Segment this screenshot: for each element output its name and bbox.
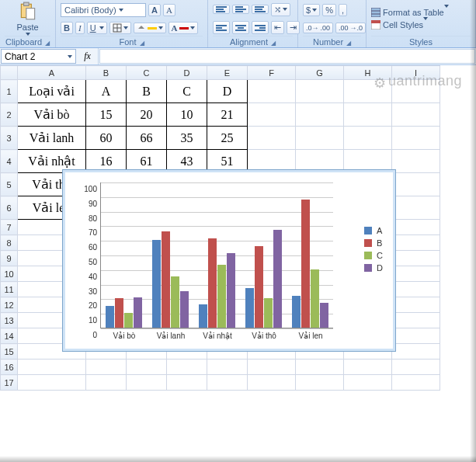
cell-I17[interactable] [392, 375, 440, 391]
row-header-12[interactable]: 12 [1, 297, 18, 313]
col-header-G[interactable]: G [296, 66, 344, 80]
cell-I6[interactable] [392, 196, 440, 220]
cell-I4[interactable] [392, 150, 440, 173]
cell-F17[interactable] [248, 375, 296, 391]
col-header-B[interactable]: B [86, 66, 127, 80]
cell-C2[interactable]: 20 [127, 103, 167, 127]
row-header-1[interactable]: 1 [1, 80, 18, 103]
cell-I3[interactable] [392, 127, 440, 150]
cell-D2[interactable]: 10 [167, 103, 207, 127]
percent-button[interactable]: % [322, 4, 336, 16]
cell-I12[interactable] [392, 297, 440, 313]
cell-D17[interactable] [167, 375, 207, 391]
row-header-3[interactable]: 3 [1, 127, 18, 150]
cell-H3[interactable] [344, 127, 392, 150]
row-header-8[interactable]: 8 [1, 235, 18, 251]
cell-I11[interactable] [392, 282, 440, 297]
cell-E17[interactable] [207, 375, 248, 391]
cell-I10[interactable] [392, 266, 440, 282]
embedded-chart[interactable]: 0102030405060708090100Vải bòVải lanhVải … [62, 169, 396, 352]
cell-F2[interactable] [248, 103, 296, 127]
cell-B16[interactable] [86, 360, 127, 375]
cell-I9[interactable] [392, 251, 440, 266]
grow-font[interactable]: A [163, 4, 175, 16]
cell-H2[interactable] [344, 103, 392, 127]
cell-B3[interactable]: 60 [86, 127, 127, 150]
formula-input[interactable] [99, 49, 475, 64]
col-header-F[interactable]: F [248, 66, 296, 80]
cell-E1[interactable]: D [207, 80, 248, 103]
cell-A3[interactable]: Vải lanh [18, 127, 86, 150]
cell-H16[interactable] [344, 360, 392, 375]
comma-button[interactable]: , [339, 4, 347, 16]
cell-G2[interactable] [296, 103, 344, 127]
align-left[interactable] [213, 21, 230, 34]
cell-I8[interactable] [392, 235, 440, 251]
cell-A17[interactable] [18, 375, 86, 391]
dialog-launcher-icon[interactable]: ◢ [140, 40, 144, 47]
row-header-5[interactable]: 5 [1, 173, 18, 196]
cell-C3[interactable]: 66 [127, 127, 167, 150]
cell-I2[interactable] [392, 103, 440, 127]
align-top[interactable] [213, 5, 230, 14]
cell-I14[interactable] [392, 328, 440, 344]
row-header-11[interactable]: 11 [1, 282, 18, 297]
fill-color-button[interactable] [134, 23, 166, 33]
row-header-9[interactable]: 9 [1, 251, 18, 266]
cell-E3[interactable]: 25 [207, 127, 248, 150]
row-header-13[interactable]: 13 [1, 313, 18, 328]
font-color-top[interactable]: A [148, 4, 161, 16]
row-header-17[interactable]: 17 [1, 375, 18, 391]
cell-B1[interactable]: A [86, 80, 127, 103]
cell-F16[interactable] [248, 360, 296, 375]
cell-B17[interactable] [86, 375, 127, 391]
cell-C1[interactable]: B [127, 80, 167, 103]
dialog-launcher-icon[interactable]: ◢ [346, 40, 351, 47]
cell-A2[interactable]: Vải bò [18, 103, 86, 127]
cell-G16[interactable] [296, 360, 344, 375]
dialog-launcher-icon[interactable]: ◢ [271, 40, 276, 47]
font-name-combo[interactable]: Calibri (Body) [61, 3, 146, 17]
paste-button[interactable]: Paste [5, 2, 50, 36]
cell-A16[interactable] [18, 360, 86, 375]
border-button[interactable] [109, 22, 131, 34]
cell-I15[interactable] [392, 344, 440, 360]
row-header-16[interactable]: 16 [1, 360, 18, 375]
align-right[interactable] [252, 21, 269, 34]
cell-D16[interactable] [167, 360, 207, 375]
cell-C17[interactable] [127, 375, 167, 391]
dialog-launcher-icon[interactable]: ◢ [45, 40, 50, 47]
orientation[interactable]: ⤭ [271, 3, 290, 16]
row-header-15[interactable]: 15 [1, 344, 18, 360]
cell-B2[interactable]: 15 [86, 103, 127, 127]
currency-button[interactable]: $ [303, 4, 320, 16]
fx-icon[interactable]: fx [77, 48, 99, 64]
align-middle[interactable] [232, 5, 249, 14]
cell-I7[interactable] [392, 220, 440, 235]
increase-decimal[interactable]: .0→.00 [303, 23, 333, 33]
row-header-14[interactable]: 14 [1, 328, 18, 344]
col-header-D[interactable]: D [167, 66, 207, 80]
underline-button[interactable]: U [87, 22, 107, 34]
cell-A1[interactable]: Loại vải [18, 80, 86, 103]
col-header-E[interactable]: E [207, 66, 248, 80]
cell-G1[interactable] [296, 80, 344, 103]
decrease-indent[interactable]: ⇤ [271, 21, 284, 34]
col-header-C[interactable]: C [127, 66, 167, 80]
italic-button[interactable]: I [75, 22, 85, 34]
row-header-2[interactable]: 2 [1, 103, 18, 127]
font-color-button[interactable]: A [169, 22, 198, 34]
cell-F1[interactable] [248, 80, 296, 103]
align-center[interactable] [232, 21, 249, 34]
cell-E2[interactable]: 21 [207, 103, 248, 127]
cell-F3[interactable] [248, 127, 296, 150]
col-header-A[interactable]: A [18, 66, 86, 80]
cell-E16[interactable] [207, 360, 248, 375]
cell-styles-button[interactable]: Cell Styles [371, 19, 428, 30]
row-header-10[interactable]: 10 [1, 266, 18, 282]
cell-I13[interactable] [392, 313, 440, 328]
cell-G3[interactable] [296, 127, 344, 150]
cell-D1[interactable]: C [167, 80, 207, 103]
cell-C16[interactable] [127, 360, 167, 375]
cell-I5[interactable] [392, 173, 440, 196]
